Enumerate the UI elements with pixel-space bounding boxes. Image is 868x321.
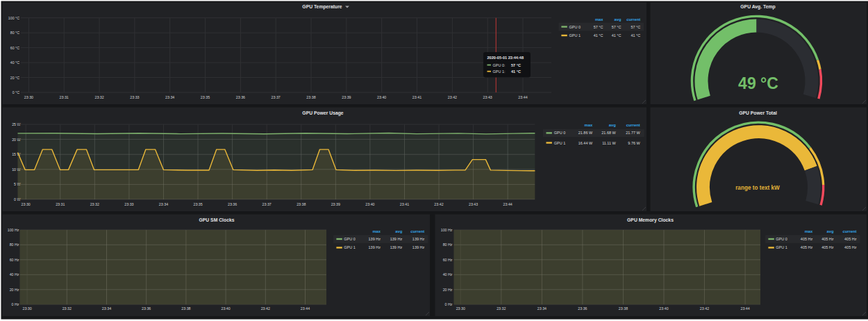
svg-text:16.44 W: 16.44 W xyxy=(578,141,593,145)
svg-text:avg: avg xyxy=(395,229,402,233)
svg-text:23:36: 23:36 xyxy=(236,95,245,99)
svg-text:GPU 1: GPU 1 xyxy=(776,245,787,249)
svg-text:23:32: 23:32 xyxy=(496,306,506,311)
svg-text:139 Hz: 139 Hz xyxy=(369,237,381,241)
svg-text:80 Hz: 80 Hz xyxy=(443,242,453,247)
svg-text:23:33: 23:33 xyxy=(124,202,133,206)
svg-text:405 Hz: 405 Hz xyxy=(821,237,834,241)
svg-text:current: current xyxy=(410,229,424,233)
svg-text:139 Hz: 139 Hz xyxy=(412,245,425,249)
svg-text:avg: avg xyxy=(827,229,834,233)
svg-text:23:32: 23:32 xyxy=(62,306,72,311)
svg-text:23:36: 23:36 xyxy=(228,202,237,206)
svg-text:100 °C: 100 °C xyxy=(8,16,19,20)
svg-text:100 Hz: 100 Hz xyxy=(8,228,19,232)
svg-text:GPU 0: GPU 0 xyxy=(569,25,581,29)
svg-text:21.86 W: 21.86 W xyxy=(578,131,593,135)
svg-text:23:43: 23:43 xyxy=(483,95,492,99)
svg-text:40 Hz: 40 Hz xyxy=(443,272,453,277)
svg-text:23:34: 23:34 xyxy=(102,306,111,311)
svg-text:max: max xyxy=(372,229,381,233)
svg-text:57 °C: 57 °C xyxy=(631,25,640,29)
svg-text:23:43: 23:43 xyxy=(469,202,478,206)
svg-text:GPU Memory Clocks: GPU Memory Clocks xyxy=(627,217,674,223)
svg-text:23:44: 23:44 xyxy=(301,306,310,311)
svg-text:57 °C: 57 °C xyxy=(612,25,621,29)
svg-text:21.77 W: 21.77 W xyxy=(626,131,640,135)
svg-text:57 °C: 57 °C xyxy=(594,25,603,29)
svg-text:139 Hz: 139 Hz xyxy=(390,245,403,249)
svg-text:23:44: 23:44 xyxy=(740,306,749,311)
svg-text:139 Hz: 139 Hz xyxy=(390,237,403,241)
svg-text:GPU Temperature: GPU Temperature xyxy=(302,4,342,10)
svg-text:80 Hz: 80 Hz xyxy=(10,242,19,247)
svg-text:20 Hz: 20 Hz xyxy=(443,288,453,292)
svg-text:23:41: 23:41 xyxy=(412,95,422,99)
svg-text:GPU Power Usage: GPU Power Usage xyxy=(302,110,344,116)
svg-text:avg: avg xyxy=(609,123,616,127)
svg-text:405 Hz: 405 Hz xyxy=(821,245,834,249)
svg-text:405 Hz: 405 Hz xyxy=(844,237,857,241)
svg-text:max: max xyxy=(595,17,603,22)
svg-text:49 °C: 49 °C xyxy=(738,74,778,92)
svg-text:23:37: 23:37 xyxy=(262,202,272,206)
svg-text:20 Hz: 20 Hz xyxy=(10,288,19,292)
svg-text:80 °C: 80 °C xyxy=(10,31,19,35)
svg-text:23:30: 23:30 xyxy=(22,306,31,311)
svg-text:23:42: 23:42 xyxy=(261,306,270,311)
svg-text:GPU 0:: GPU 0: xyxy=(493,63,506,67)
svg-text:9.76 W: 9.76 W xyxy=(628,141,640,145)
svg-text:23:35: 23:35 xyxy=(201,95,210,99)
svg-text:23:36: 23:36 xyxy=(578,306,587,311)
svg-text:max: max xyxy=(805,229,813,233)
svg-text:2020-05-01 23:44:48: 2020-05-01 23:44:48 xyxy=(487,56,524,60)
svg-text:23:42: 23:42 xyxy=(434,202,443,206)
svg-text:GPU 1:: GPU 1: xyxy=(493,69,506,74)
svg-text:139 Hz: 139 Hz xyxy=(412,237,425,241)
svg-text:23:42: 23:42 xyxy=(700,306,709,311)
svg-text:23:30: 23:30 xyxy=(456,306,465,311)
svg-text:current: current xyxy=(843,229,857,233)
svg-text:405 Hz: 405 Hz xyxy=(801,237,813,241)
svg-text:57 °C: 57 °C xyxy=(511,63,521,67)
svg-text:405 Hz: 405 Hz xyxy=(801,245,813,249)
svg-text:current: current xyxy=(626,17,640,22)
svg-text:current: current xyxy=(626,123,640,127)
svg-text:23:31: 23:31 xyxy=(56,202,65,206)
svg-text:23:44: 23:44 xyxy=(518,95,527,99)
svg-text:139 Hz: 139 Hz xyxy=(369,245,381,249)
svg-text:41 °C: 41 °C xyxy=(631,33,640,38)
svg-text:23:39: 23:39 xyxy=(342,95,351,99)
svg-text:41 °C: 41 °C xyxy=(594,33,603,38)
svg-text:23:38: 23:38 xyxy=(297,202,306,206)
svg-text:20 °C: 20 °C xyxy=(10,76,19,80)
svg-text:41 °C: 41 °C xyxy=(612,33,621,38)
svg-text:23:40: 23:40 xyxy=(221,306,230,311)
svg-text:GPU 0: GPU 0 xyxy=(344,237,356,241)
svg-text:max: max xyxy=(585,123,593,127)
svg-text:0 Hz: 0 Hz xyxy=(12,302,19,306)
svg-text:23:34: 23:34 xyxy=(537,306,546,311)
svg-text:0 °C: 0 °C xyxy=(12,90,20,94)
svg-text:GPU 0: GPU 0 xyxy=(554,131,566,135)
svg-text:GPU 0: GPU 0 xyxy=(776,237,787,241)
svg-text:23:35: 23:35 xyxy=(193,202,202,206)
svg-text:405 Hz: 405 Hz xyxy=(844,245,857,249)
svg-text:23:40: 23:40 xyxy=(377,95,386,99)
svg-text:GPU 1: GPU 1 xyxy=(344,245,356,249)
svg-text:GPU SM Clocks: GPU SM Clocks xyxy=(199,217,235,222)
svg-text:60 Hz: 60 Hz xyxy=(10,258,19,262)
svg-text:23:40: 23:40 xyxy=(659,306,668,311)
svg-text:0 Hz: 0 Hz xyxy=(445,302,453,306)
svg-text:GPU Power Total: GPU Power Total xyxy=(739,110,777,115)
svg-text:23:36: 23:36 xyxy=(142,306,151,311)
svg-text:23:37: 23:37 xyxy=(272,95,281,99)
svg-text:GPU 1: GPU 1 xyxy=(554,141,566,145)
svg-text:23:31: 23:31 xyxy=(60,95,69,99)
svg-text:41 °C: 41 °C xyxy=(511,69,521,74)
svg-text:21.68 W: 21.68 W xyxy=(601,131,616,135)
svg-text:23:30: 23:30 xyxy=(22,202,31,206)
svg-text:23:38: 23:38 xyxy=(306,95,315,99)
svg-text:23:41: 23:41 xyxy=(400,202,409,206)
svg-text:23:34: 23:34 xyxy=(159,202,168,206)
